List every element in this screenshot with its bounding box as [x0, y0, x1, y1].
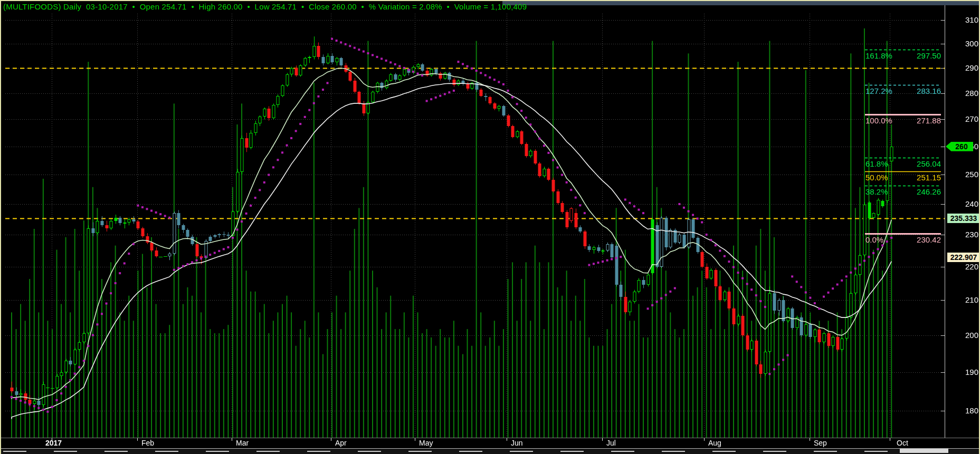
scrollbar-dashes — [3, 451, 898, 452]
fib-value-label: 230.42 — [917, 235, 941, 244]
price-axis-label: 250 — [951, 170, 978, 179]
fib-value-label: 256.04 — [917, 159, 941, 168]
price-chart-canvas[interactable] — [1, 1, 979, 453]
fib-value-label: 246.26 — [917, 187, 941, 196]
time-axis-label-may: May — [419, 439, 433, 447]
time-axis-label-2017: 2017 — [45, 439, 62, 447]
time-axis-label-aug: Aug — [708, 439, 721, 447]
current-price-tag: 260 — [946, 142, 973, 151]
price-axis-label: 270 — [951, 114, 978, 123]
price-axis-label: 240 — [951, 199, 978, 208]
time-axis-label-sep: Sep — [814, 439, 827, 447]
time-axis-label-jul: Jul — [606, 439, 616, 447]
ma-value-tag: 235.333 — [947, 214, 980, 223]
fib-level-row: 0.0%230.42 — [865, 235, 941, 244]
fib-percent-label: 161.8% — [865, 51, 892, 60]
fib-level-row: 61.8%256.04 — [865, 159, 941, 168]
fib-percent-label: 61.8% — [865, 159, 888, 168]
price-axis-label: 200 — [951, 331, 978, 340]
price-axis-label: 230 — [951, 230, 978, 239]
price-axis-label: 290 — [951, 63, 978, 72]
fib-level-row: 161.8%297.50 — [865, 51, 941, 60]
price-axis-label: 210 — [951, 295, 978, 304]
fib-percent-label: 100.0% — [865, 116, 892, 125]
price-axis-label: 190 — [951, 368, 978, 376]
fib-value-label: 271.88 — [917, 116, 941, 125]
fib-percent-label: 127.2% — [865, 86, 892, 95]
price-axis-label: 280 — [951, 89, 978, 98]
top-edge-strip — [502, 1, 979, 5]
info-bar: (MULTIFOODS) Daily 03-10-2017 • Open 254… — [3, 2, 527, 12]
fib-percent-label: 38.2% — [865, 187, 888, 196]
fib-percent-label: 0.0% — [865, 235, 883, 244]
fib-value-label: 297.50 — [917, 51, 941, 60]
price-axis-label: 310 — [951, 15, 978, 24]
scrollbar-track-line — [1, 448, 980, 449]
horizontal-scrollbar[interactable] — [1, 448, 980, 454]
fib-percent-label: 50.0% — [865, 173, 888, 182]
time-axis-label-mar: Mar — [236, 439, 249, 447]
fib-level-row: 127.2%283.16 — [865, 86, 941, 95]
price-axis-label: 220 — [951, 262, 978, 271]
fib-value-label: 251.15 — [917, 173, 941, 182]
price-axis-label: 180 — [951, 406, 978, 415]
axis-separator — [1, 438, 980, 438]
fib-level-row: 38.2%246.26 — [865, 187, 941, 196]
price-axis-label: 300 — [951, 39, 978, 48]
fib-level-row: 100.0%271.88 — [865, 116, 941, 125]
time-axis-label-jun: Jun — [511, 439, 523, 447]
time-axis-label-feb: Feb — [141, 439, 154, 447]
time-axis-label-apr: Apr — [335, 439, 347, 447]
fib-value-label: 283.16 — [917, 86, 941, 95]
fib-level-row: 50.0%251.15 — [865, 173, 941, 182]
ma-value-tag: 222.907 — [947, 253, 980, 262]
chart-window: (MULTIFOODS) Daily 03-10-2017 • Open 254… — [0, 0, 980, 454]
scrollbar-thumb[interactable] — [900, 449, 948, 453]
time-axis-label-oct: Oct — [897, 439, 908, 447]
